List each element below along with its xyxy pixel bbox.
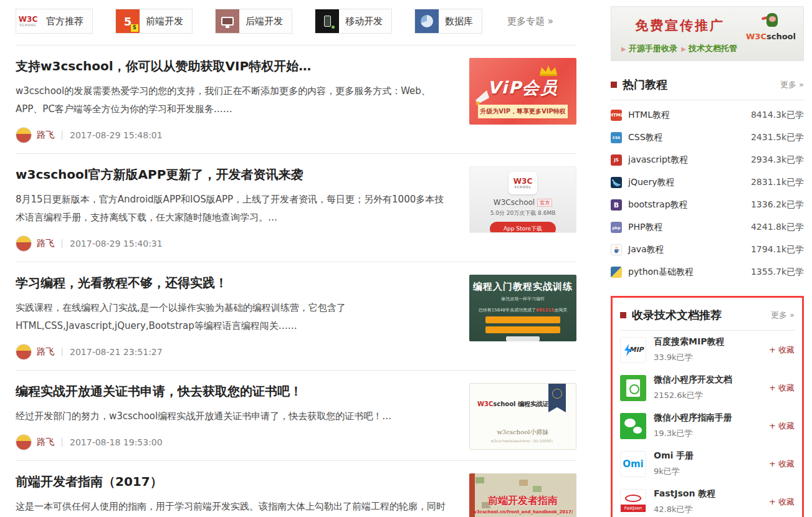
more-topics-link[interactable]: 更多专题 » (507, 16, 553, 27)
article-thumbnail-training[interactable]: 编程入门教程实战训练 像玩游戏一样学习编程 已经有15648学员成功完成了691… (469, 275, 576, 341)
promo-banner[interactable]: 免费宣传推广 ▶开源手册收录 ▶技术文档托管 W3Cschool (611, 6, 804, 61)
sidebar: 免费宣传推广 ▶开源手册收录 ▶技术文档托管 W3Cschool 热门教程 更多… (611, 0, 804, 517)
favorite-button[interactable]: + 收藏 (769, 344, 795, 356)
article-title[interactable]: 前端开发者指南（2017） (16, 473, 451, 490)
tutorial-item-css[interactable]: css CSS教程 2431.5k已学 (611, 126, 804, 149)
article-thumbnail-handbook[interactable]: 前端开发者指南 w3cschool.cn/front_end_handbook_… (469, 473, 576, 517)
hot-tutorials-header: 热门教程 更多 » (611, 77, 804, 100)
doc-item-mip[interactable]: MIP 百度搜索MIP教程 33.9k已学 + 收藏 (620, 331, 795, 369)
learn-count: 2934.3k已学 (751, 154, 804, 166)
fastjson-icon: FastJson (620, 489, 646, 515)
tutorial-item-php[interactable]: php PHP教程 4241.8k已学 (611, 216, 804, 239)
article-item: w3cschool官方新版APP更新了，开发者资讯来袭 8月15日更新版本，官方… (16, 154, 576, 262)
ribbon-badge-icon (548, 384, 566, 412)
mip-icon: MIP (620, 337, 646, 363)
tab-label: 移动开发 (339, 16, 391, 27)
tab-mobile[interactable]: 移动开发 (315, 9, 392, 34)
learn-count: 2152.6k已学 (654, 390, 769, 401)
article-meta: 路飞 2017-08-29 15:40:31 (16, 230, 451, 262)
javascript-icon: JS (611, 154, 622, 166)
article-excerpt: 经过开发部门的努力，w3cschool编程实战开放通关证书申请了，快去获取您的证… (16, 407, 451, 425)
tab-frontend[interactable]: 5 S 前端开发 (115, 9, 193, 34)
login-register-button[interactable] (506, 336, 540, 341)
w3c-app-logo-icon: W3C SCHOOL (509, 172, 537, 194)
app-name: W3Cschool官方 (470, 198, 576, 207)
article-title[interactable]: w3cschool官方新版APP更新了，开发者资讯来袭 (16, 166, 451, 183)
tutorial-item-javascript[interactable]: JS javascript教程 2934.3k已学 (611, 149, 804, 171)
tutorial-item-bootstrap[interactable]: B bootstrap教程 1336.2k已学 (611, 194, 804, 216)
app-stats: 5.0分 20万次下载 8.6MB (470, 209, 576, 217)
handbook-title: 前端开发者指南 (469, 495, 576, 508)
promo-links: ▶开源手册收录 ▶技术文档托管 (620, 43, 796, 54)
training-button[interactable] (485, 316, 560, 323)
avatar[interactable] (16, 127, 32, 143)
author-link[interactable]: 路飞 (37, 130, 54, 141)
tutorial-item-html[interactable]: HTML HTML教程 8414.3k已学 (611, 104, 804, 126)
tab-database[interactable]: 数据库 (414, 9, 482, 34)
favorite-button[interactable]: + 收藏 (769, 458, 795, 470)
docs-more-link[interactable]: 更多 » (771, 310, 795, 321)
doc-item-wechat-dev[interactable]: 微信小程序开发文档 2152.6k已学 + 收藏 (620, 369, 795, 407)
promo-link-handbook[interactable]: 开源手册收录 (629, 44, 677, 53)
doc-item-wechat-guide[interactable]: 微信小程序指南手册 19.3k已学 + 收藏 (620, 407, 795, 445)
crown-icon (538, 64, 559, 77)
w3c-logo-icon: W3C SCHOOL (16, 9, 40, 33)
avatar[interactable] (16, 344, 32, 360)
doc-item-fastjson[interactable]: FastJson FastJson 教程 42.8k已学 + 收藏 (620, 483, 795, 517)
tab-backend[interactable]: 后端开发 (215, 9, 292, 34)
doc-item-omi[interactable]: Omi Omi 手册 9k已学 + 收藏 (620, 445, 795, 483)
learn-count: 9k已学 (654, 466, 769, 477)
tutorial-item-java[interactable]: Java教程 1794.1k已学 (611, 239, 804, 261)
favorite-button[interactable]: + 收藏 (769, 382, 795, 394)
wechat-bubbles-icon (620, 413, 646, 439)
article-item: 学习编程，光看教程不够，还得实践！ 实践课程，在线编程入门实战,是一个以操作实验… (16, 262, 576, 371)
megaphone-icon (474, 88, 495, 107)
article-title[interactable]: 支持w3cschool，你可以从赞助获取VIP特权开始… (16, 58, 451, 75)
main-column: W3C SCHOOL 官方推荐 5 S 前端开发 后端开发 移动开发 (16, 0, 576, 517)
learn-count: 1355.7k已学 (751, 267, 804, 278)
author-link[interactable]: 路飞 (37, 437, 54, 448)
promo-link-hosting[interactable]: 技术文档托管 (689, 44, 737, 53)
favorite-button[interactable]: + 收藏 (769, 496, 795, 508)
tab-label: 前端开发 (140, 16, 192, 27)
hot-more-link[interactable]: 更多 » (780, 79, 804, 90)
tutorial-item-jquery[interactable]: jQuery教程 2831.1k已学 (611, 171, 804, 194)
learn-count: 2431.5k已学 (751, 132, 804, 143)
tutorial-item-python[interactable]: python基础教程 1355.7k已学 (611, 261, 804, 283)
favorite-button[interactable]: + 收藏 (769, 420, 795, 432)
training-subtitle: 像玩游戏一样学习编程 (469, 296, 576, 302)
avatar[interactable] (16, 434, 32, 450)
article-title[interactable]: 学习编程，光看教程不够，还得实践！ (16, 275, 451, 292)
city-illustration (475, 477, 484, 483)
tab-label: 数据库 (439, 16, 482, 27)
article-title[interactable]: 编程实战开放通关证书申请，快去获取您的证书吧！ (16, 383, 451, 400)
learn-count: 33.9k已学 (654, 352, 769, 363)
author-link[interactable]: 路飞 (37, 238, 54, 249)
section-title: 收录技术文档推荐 (632, 308, 771, 323)
learn-count: 1336.2k已学 (751, 199, 804, 211)
author-link[interactable]: 路飞 (37, 346, 54, 358)
training-button[interactable] (485, 326, 560, 333)
separator (62, 131, 62, 140)
article-thumbnail-certificate[interactable]: W3Cschool 编程实战证书 w3cschool小师妹 w3cschoolx… (469, 383, 576, 450)
article-thumbnail-vip[interactable]: ViP会员 升级为VIP，尊享更多VIP特权 (469, 58, 576, 125)
handbook-url: w3cschool.cn/front_end_handbook_2017/ (469, 510, 576, 515)
article-meta: 路飞 2017-08-29 15:48:01 (16, 122, 451, 153)
article-excerpt: w3cschool的发展需要热爱学习的您的支持，我们正在不断添加更多的内容，更多… (16, 82, 451, 118)
wechat-doc-icon (620, 375, 646, 401)
separator (62, 348, 62, 356)
certificate-id: w3cschoolxiaoshimei（ID:10000） (470, 439, 576, 444)
training-stats: 已经有15648学员成功完成了691215次闯关 (469, 307, 576, 313)
monitor-icon (216, 9, 239, 33)
learn-count: 4241.8k已学 (751, 222, 804, 233)
app-store-button[interactable]: App Store下载 (490, 222, 556, 233)
article-item: 前端开发者指南（2017） 这是一本可供任何人使用的指南，用于学习前端开发实践。… (16, 461, 576, 517)
article-thumbnail-app[interactable]: W3C SCHOOL W3Cschool官方 5.0分 20万次下载 8.6MB… (469, 166, 576, 233)
css-icon: css (611, 132, 622, 143)
avatar[interactable] (16, 235, 32, 252)
jquery-icon (611, 177, 622, 188)
html-icon: HTML (611, 110, 622, 121)
article-excerpt: 8月15日更新版本，官方Android版APP和IOS版APP，上线了开发者资讯… (16, 191, 451, 227)
python-icon (611, 267, 622, 278)
tab-official[interactable]: W3C SCHOOL 官方推荐 (16, 9, 93, 34)
